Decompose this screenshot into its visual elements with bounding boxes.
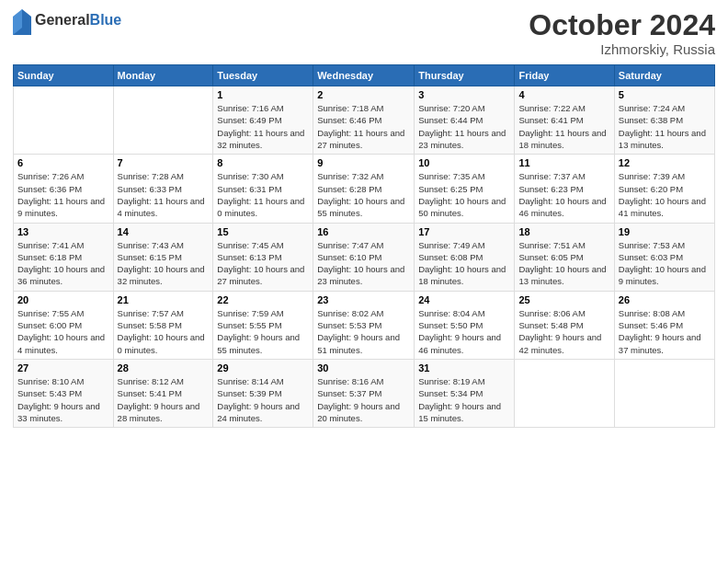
day-number: 29 <box>217 362 309 373</box>
logo-icon <box>13 9 31 31</box>
calendar-cell: 15Sunrise: 7:45 AM Sunset: 6:13 PM Dayli… <box>213 223 313 291</box>
day-info: Sunrise: 7:53 AM Sunset: 6:03 PM Dayligh… <box>619 239 711 288</box>
day-number: 1 <box>217 89 309 100</box>
calendar-cell: 29Sunrise: 8:14 AM Sunset: 5:39 PM Dayli… <box>213 359 313 427</box>
calendar-cell: 26Sunrise: 8:08 AM Sunset: 5:46 PM Dayli… <box>614 291 714 359</box>
day-number: 16 <box>317 226 410 237</box>
logo-text: General Blue <box>35 13 121 28</box>
calendar-cell: 31Sunrise: 8:19 AM Sunset: 5:34 PM Dayli… <box>415 359 515 427</box>
day-of-week-header: Sunday <box>14 65 114 86</box>
day-info: Sunrise: 8:02 AM Sunset: 5:53 PM Dayligh… <box>317 307 410 356</box>
day-info: Sunrise: 8:06 AM Sunset: 5:48 PM Dayligh… <box>518 307 609 356</box>
calendar-cell: 28Sunrise: 8:12 AM Sunset: 5:41 PM Dayli… <box>113 359 213 427</box>
calendar-cell: 14Sunrise: 7:43 AM Sunset: 6:15 PM Dayli… <box>113 223 213 291</box>
day-info: Sunrise: 7:35 AM Sunset: 6:25 PM Dayligh… <box>418 170 510 219</box>
day-number: 24 <box>418 294 510 305</box>
day-info: Sunrise: 7:59 AM Sunset: 5:55 PM Dayligh… <box>217 307 309 356</box>
day-info: Sunrise: 7:39 AM Sunset: 6:20 PM Dayligh… <box>619 170 711 219</box>
day-number: 7 <box>118 157 210 168</box>
day-info: Sunrise: 7:20 AM Sunset: 6:44 PM Dayligh… <box>418 102 510 151</box>
calendar-cell: 20Sunrise: 7:55 AM Sunset: 6:00 PM Dayli… <box>14 291 114 359</box>
day-info: Sunrise: 7:18 AM Sunset: 6:46 PM Dayligh… <box>317 102 410 151</box>
day-number: 15 <box>217 226 309 237</box>
calendar-week-row: 27Sunrise: 8:10 AM Sunset: 5:43 PM Dayli… <box>14 359 715 427</box>
day-info: Sunrise: 7:57 AM Sunset: 5:58 PM Dayligh… <box>118 307 210 356</box>
calendar-cell: 4Sunrise: 7:22 AM Sunset: 6:41 PM Daylig… <box>515 86 614 155</box>
calendar-cell: 9Sunrise: 7:32 AM Sunset: 6:28 PM Daylig… <box>313 155 415 223</box>
calendar-cell: 12Sunrise: 7:39 AM Sunset: 6:20 PM Dayli… <box>614 155 714 223</box>
day-number: 6 <box>17 157 109 168</box>
day-of-week-header: Thursday <box>415 65 515 86</box>
day-number: 12 <box>619 157 711 168</box>
day-number: 14 <box>118 226 210 237</box>
day-number: 22 <box>217 294 309 305</box>
logo-general: General <box>35 13 90 28</box>
day-number: 31 <box>418 362 510 373</box>
calendar-cell: 17Sunrise: 7:49 AM Sunset: 6:08 PM Dayli… <box>415 223 515 291</box>
calendar-cell: 23Sunrise: 8:02 AM Sunset: 5:53 PM Dayli… <box>313 291 415 359</box>
day-number: 8 <box>217 157 309 168</box>
calendar-cell: 3Sunrise: 7:20 AM Sunset: 6:44 PM Daylig… <box>415 86 515 155</box>
day-info: Sunrise: 8:19 AM Sunset: 5:34 PM Dayligh… <box>418 375 510 424</box>
day-info: Sunrise: 7:28 AM Sunset: 6:33 PM Dayligh… <box>118 170 210 219</box>
calendar-cell: 7Sunrise: 7:28 AM Sunset: 6:33 PM Daylig… <box>113 155 213 223</box>
day-info: Sunrise: 7:41 AM Sunset: 6:18 PM Dayligh… <box>17 239 109 288</box>
day-number: 19 <box>619 226 711 237</box>
day-info: Sunrise: 8:04 AM Sunset: 5:50 PM Dayligh… <box>418 307 510 356</box>
day-number: 17 <box>418 226 510 237</box>
day-number: 30 <box>317 362 410 373</box>
day-info: Sunrise: 7:45 AM Sunset: 6:13 PM Dayligh… <box>217 239 309 288</box>
day-number: 23 <box>317 294 410 305</box>
day-info: Sunrise: 7:51 AM Sunset: 6:05 PM Dayligh… <box>518 239 609 288</box>
calendar-cell: 8Sunrise: 7:30 AM Sunset: 6:31 PM Daylig… <box>213 155 313 223</box>
day-number: 21 <box>118 294 210 305</box>
day-info: Sunrise: 7:22 AM Sunset: 6:41 PM Dayligh… <box>518 102 609 151</box>
day-number: 5 <box>619 89 711 100</box>
calendar-week-row: 13Sunrise: 7:41 AM Sunset: 6:18 PM Dayli… <box>14 223 715 291</box>
calendar-cell: 13Sunrise: 7:41 AM Sunset: 6:18 PM Dayli… <box>14 223 114 291</box>
page: General Blue October 2024 Izhmorskiy, Ru… <box>0 0 728 563</box>
calendar-cell: 24Sunrise: 8:04 AM Sunset: 5:50 PM Dayli… <box>415 291 515 359</box>
day-info: Sunrise: 7:37 AM Sunset: 6:23 PM Dayligh… <box>518 170 609 219</box>
calendar-cell: 11Sunrise: 7:37 AM Sunset: 6:23 PM Dayli… <box>515 155 614 223</box>
day-number: 10 <box>418 157 510 168</box>
day-number: 3 <box>418 89 510 100</box>
header: General Blue October 2024 Izhmorskiy, Ru… <box>13 9 715 57</box>
calendar-cell: 21Sunrise: 7:57 AM Sunset: 5:58 PM Dayli… <box>113 291 213 359</box>
calendar-header-row: SundayMondayTuesdayWednesdayThursdayFrid… <box>14 65 715 86</box>
day-info: Sunrise: 7:47 AM Sunset: 6:10 PM Dayligh… <box>317 239 410 288</box>
day-of-week-header: Saturday <box>614 65 714 86</box>
calendar-cell: 6Sunrise: 7:26 AM Sunset: 6:36 PM Daylig… <box>14 155 114 223</box>
calendar-cell <box>515 359 614 427</box>
day-info: Sunrise: 8:12 AM Sunset: 5:41 PM Dayligh… <box>118 375 210 424</box>
day-number: 11 <box>518 157 609 168</box>
day-number: 28 <box>118 362 210 373</box>
calendar-cell: 19Sunrise: 7:53 AM Sunset: 6:03 PM Dayli… <box>614 223 714 291</box>
calendar-cell <box>614 359 714 427</box>
day-info: Sunrise: 7:30 AM Sunset: 6:31 PM Dayligh… <box>217 170 309 219</box>
day-number: 13 <box>17 226 109 237</box>
day-of-week-header: Wednesday <box>313 65 415 86</box>
subtitle: Izhmorskiy, Russia <box>529 41 715 57</box>
calendar-cell: 27Sunrise: 8:10 AM Sunset: 5:43 PM Dayli… <box>14 359 114 427</box>
day-of-week-header: Monday <box>113 65 213 86</box>
day-info: Sunrise: 7:26 AM Sunset: 6:36 PM Dayligh… <box>17 170 109 219</box>
day-info: Sunrise: 8:08 AM Sunset: 5:46 PM Dayligh… <box>619 307 711 356</box>
title-block: October 2024 Izhmorskiy, Russia <box>529 9 715 57</box>
day-number: 18 <box>518 226 609 237</box>
day-info: Sunrise: 8:14 AM Sunset: 5:39 PM Dayligh… <box>217 375 309 424</box>
day-info: Sunrise: 7:43 AM Sunset: 6:15 PM Dayligh… <box>118 239 210 288</box>
logo: General Blue <box>13 9 121 31</box>
calendar-cell: 5Sunrise: 7:24 AM Sunset: 6:38 PM Daylig… <box>614 86 714 155</box>
calendar-cell: 2Sunrise: 7:18 AM Sunset: 6:46 PM Daylig… <box>313 86 415 155</box>
calendar-week-row: 6Sunrise: 7:26 AM Sunset: 6:36 PM Daylig… <box>14 155 715 223</box>
day-number: 4 <box>518 89 609 100</box>
day-number: 25 <box>518 294 609 305</box>
day-info: Sunrise: 7:24 AM Sunset: 6:38 PM Dayligh… <box>619 102 711 151</box>
calendar-cell: 22Sunrise: 7:59 AM Sunset: 5:55 PM Dayli… <box>213 291 313 359</box>
day-number: 27 <box>17 362 109 373</box>
day-info: Sunrise: 8:10 AM Sunset: 5:43 PM Dayligh… <box>17 375 109 424</box>
day-of-week-header: Tuesday <box>213 65 313 86</box>
day-info: Sunrise: 7:49 AM Sunset: 6:08 PM Dayligh… <box>418 239 510 288</box>
calendar-week-row: 20Sunrise: 7:55 AM Sunset: 6:00 PM Dayli… <box>14 291 715 359</box>
